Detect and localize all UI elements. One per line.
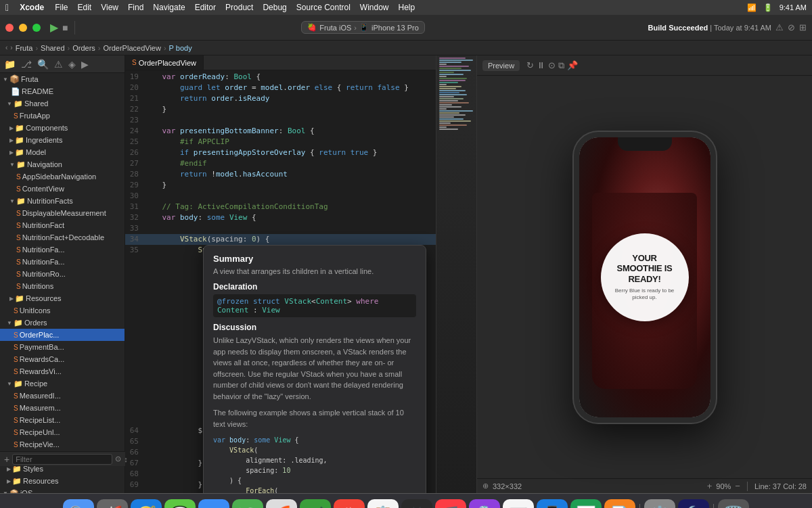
- menu-view[interactable]: View: [101, 3, 118, 12]
- sidebar-item-orderplacedview[interactable]: S OrderPlac...: [0, 329, 125, 341]
- dock-pages[interactable]: 📄: [604, 499, 635, 509]
- sidebar-item-nutrition1[interactable]: S NutritionFa...: [0, 244, 125, 256]
- filter-input[interactable]: [12, 454, 112, 465]
- breadcrumb-fruta[interactable]: Fruta: [16, 44, 33, 52]
- sidebar-item-resources2[interactable]: ▶ 📁 Resources: [0, 475, 125, 487]
- menu-window[interactable]: Window: [360, 3, 389, 12]
- file-tab-orderplacedview[interactable]: S OrderPlacedView: [125, 55, 204, 70]
- debug-nav-icon[interactable]: ▶: [81, 59, 89, 70]
- sidebar-item-readme[interactable]: 📄 README: [0, 85, 125, 97]
- sidebar-item-nutritionfacts[interactable]: ▼ 📁 NutritionFacts: [0, 195, 125, 207]
- dock-launchpad[interactable]: 🚀: [97, 499, 128, 509]
- dock-podcasts[interactable]: 🎙️: [469, 499, 500, 509]
- zoom-in-icon[interactable]: +: [707, 481, 713, 491]
- preview-inspect-icon[interactable]: ⊙: [548, 60, 556, 71]
- sidebar-item-rewardsvi[interactable]: S RewardsVi...: [0, 365, 125, 377]
- run-button[interactable]: ▶: [50, 21, 58, 34]
- dock-xcode[interactable]: 🔨: [678, 499, 709, 509]
- sidebar-item-ios[interactable]: ▼ 📦 iOS: [0, 487, 125, 493]
- zoom-out-icon[interactable]: −: [735, 481, 740, 491]
- dock-appstore[interactable]: 📱: [537, 499, 568, 509]
- dock-safari[interactable]: 🧭: [131, 499, 162, 509]
- preview-duplicate-icon[interactable]: ⧉: [558, 60, 564, 71]
- scheme-selector[interactable]: 🍓 Fruta iOS › 📱 iPhone 13 Pro: [301, 21, 424, 34]
- breadcrumb-orders[interactable]: Orders: [72, 44, 95, 52]
- test-nav-icon[interactable]: ◈: [68, 59, 76, 70]
- sidebar-item-measurem[interactable]: S Measurem...: [0, 402, 125, 414]
- dock-music[interactable]: 🎵: [435, 499, 466, 509]
- sidebar-item-measuredi[interactable]: S MeasuredI...: [0, 390, 125, 402]
- menu-debug[interactable]: Debug: [263, 3, 286, 12]
- sidebar-item-nutritionro[interactable]: S NutritionRo...: [0, 268, 125, 280]
- menu-editor[interactable]: Editor: [195, 3, 216, 12]
- sidebar-item-resources1[interactable]: ▶ 📁 Resources: [0, 292, 125, 304]
- menu-file[interactable]: File: [55, 3, 68, 12]
- minimize-button[interactable]: [19, 24, 27, 32]
- sidebar-item-fruta[interactable]: ▼ 📦 Fruta: [0, 73, 125, 85]
- sidebar-item-rewardca[interactable]: S RewardsCa...: [0, 353, 125, 365]
- git-icon[interactable]: ⎇: [21, 59, 32, 70]
- sidebar-item-nutritionfact-decodable[interactable]: S NutritionFact+Decodable: [0, 231, 125, 244]
- sidebar-item-orders[interactable]: ▼ 📁 Orders: [0, 317, 125, 329]
- dock-calendar[interactable]: 📅: [334, 499, 365, 509]
- sidebar-item-uniticons[interactable]: S UnitIcons: [0, 304, 125, 317]
- preview-pin-icon[interactable]: 📌: [567, 60, 578, 71]
- breadcrumb-orderplacedview[interactable]: OrderPlacedView: [104, 44, 161, 52]
- preview-pause-icon[interactable]: ⏸: [537, 60, 545, 71]
- dock-maps[interactable]: 🗺️: [232, 499, 263, 509]
- sidebar-item-components[interactable]: ▶ 📁 Components: [0, 122, 125, 134]
- dock-mail[interactable]: ✉️: [198, 499, 229, 509]
- code-content[interactable]: 19 var orderReady: Bool { 20 guard let o…: [125, 70, 436, 256]
- sidebar-item-frutaapp[interactable]: S FrutaApp: [0, 110, 125, 122]
- filter-options-icon[interactable]: ⊙: [115, 455, 121, 463]
- dock-numbers[interactable]: 📊: [570, 499, 602, 509]
- dock-facetime[interactable]: 📹: [300, 499, 331, 509]
- sidebar-item-paymentba[interactable]: S PaymentBa...: [0, 341, 125, 353]
- sidebar-item-contentview[interactable]: S ContentView: [0, 183, 125, 195]
- breadcrumb-shared[interactable]: Shared: [41, 44, 64, 52]
- sidebar-item-recipeunl[interactable]: S RecipeUnl...: [0, 426, 125, 438]
- dock-news[interactable]: 📰: [503, 499, 534, 509]
- sidebar-item-navigation[interactable]: ▼ 📁 Navigation: [0, 158, 125, 170]
- dock-finder[interactable]: 🔍: [63, 499, 94, 509]
- sidebar-item-recipelist[interactable]: S RecipeList...: [0, 414, 125, 426]
- sidebar-item-nutrition2[interactable]: S NutritionFa...: [0, 256, 125, 268]
- menu-source-control[interactable]: Source Control: [296, 3, 351, 12]
- sidebar-item-recipe[interactable]: ▼ 📁 Recipe: [0, 377, 125, 390]
- menu-product[interactable]: Product: [225, 3, 253, 12]
- sidebar-item-model[interactable]: ▶ 📁 Model: [0, 146, 125, 158]
- recent-files-icon[interactable]: ↕: [124, 455, 128, 463]
- dock-trash[interactable]: 🗑️: [718, 499, 749, 509]
- sidebar-item-ingredients[interactable]: ▶ 📁 Ingredients: [0, 134, 125, 146]
- app-name-menu[interactable]: Xcode: [20, 3, 44, 12]
- nav-back-icon[interactable]: ‹: [5, 44, 7, 51]
- dock-photos[interactable]: 🌈: [266, 499, 297, 509]
- sidebar-item-nutritions[interactable]: S Nutritions: [0, 280, 125, 292]
- stop-button[interactable]: ■: [62, 22, 68, 33]
- sidebar-item-recipevie[interactable]: S RecipeVie...: [0, 438, 125, 451]
- apple-menu[interactable]: : [5, 2, 9, 13]
- sidebar-item-shared[interactable]: ▼ 📁 Shared: [0, 97, 125, 110]
- folder-nav-icon[interactable]: 📁: [4, 59, 16, 70]
- dock-tv[interactable]: 📺: [401, 499, 432, 509]
- add-file-icon[interactable]: +: [4, 454, 9, 465]
- dock-syspreferences[interactable]: ⚙️: [644, 499, 675, 509]
- close-button[interactable]: [5, 24, 14, 32]
- warning-nav-icon[interactable]: ⚠: [54, 59, 63, 70]
- nav-forward-icon[interactable]: ›: [10, 44, 12, 51]
- split-icon[interactable]: ⊞: [799, 22, 807, 32]
- sidebar-item-appsidebarnavigation[interactable]: S AppSidebarNavigation: [0, 170, 125, 183]
- menu-navigate[interactable]: Navigate: [153, 3, 185, 12]
- menu-find[interactable]: Find: [128, 3, 143, 12]
- sidebar-item-displayablemeasurement[interactable]: S DisplayableMeasurement: [0, 207, 125, 219]
- search-nav-icon[interactable]: 🔍: [37, 59, 49, 70]
- dock-messages[interactable]: 💬: [164, 499, 196, 509]
- dock-reminders[interactable]: 📋: [367, 499, 399, 509]
- maximize-button[interactable]: [32, 24, 41, 32]
- code-editor[interactable]: S OrderPlacedView 19 var orderReady: Boo…: [125, 55, 436, 493]
- sidebar-item-nutritionfact[interactable]: S NutritionFact: [0, 219, 125, 231]
- preview-refresh-icon[interactable]: ↻: [526, 60, 534, 71]
- menu-edit[interactable]: Edit: [77, 3, 91, 12]
- breadcrumb-symbol[interactable]: P body: [169, 44, 192, 52]
- menu-help[interactable]: Help: [399, 3, 415, 12]
